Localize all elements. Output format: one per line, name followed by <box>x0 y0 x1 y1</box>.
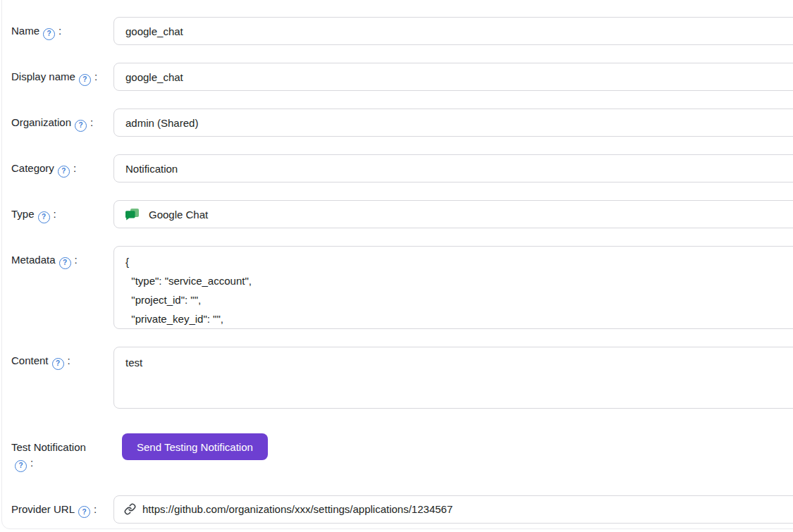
form-row-content: Content?: test <box>11 347 793 409</box>
form-row-provider-url: Provider URL?: https://github.com/organi… <box>11 495 793 524</box>
form-row-test-notification: Test Notification?: Send Testing Notific… <box>11 433 793 472</box>
provider-url-label: Provider URL?: <box>11 495 113 519</box>
form-row-metadata: Metadata?: { "type": "service_account", … <box>11 246 793 329</box>
name-input[interactable] <box>113 17 793 45</box>
label-colon: : <box>90 116 93 128</box>
help-icon[interactable]: ? <box>38 211 50 223</box>
type-select[interactable]: Google Chat <box>113 200 793 228</box>
form-row-type: Type?: Google Chat <box>11 200 793 228</box>
send-testing-notification-button[interactable]: Send Testing Notification <box>122 433 268 460</box>
metadata-textarea[interactable]: { "type": "service_account", "project_id… <box>113 246 793 329</box>
category-selected-value: Notification <box>125 163 178 175</box>
form-row-display-name: Display name?: <box>11 63 793 91</box>
notification-settings-form: Name?: Display name?: Organization?: adm… <box>0 0 793 524</box>
organization-selected-value: admin (Shared) <box>125 117 198 129</box>
form-row-category: Category?: Notification <box>11 154 793 183</box>
help-icon[interactable]: ? <box>58 166 70 178</box>
test-notification-label: Test Notification?: <box>11 433 113 472</box>
label-colon: : <box>94 503 97 515</box>
form-row-name: Name?: <box>11 17 793 45</box>
metadata-label: Metadata?: <box>11 246 113 269</box>
provider-url-input[interactable]: https://github.com/organizations/xxx/set… <box>113 495 793 524</box>
name-label: Name?: <box>11 17 113 40</box>
help-icon[interactable]: ? <box>59 257 71 269</box>
category-select[interactable]: Notification <box>113 154 793 183</box>
label-colon: : <box>73 162 76 174</box>
type-selected-value: Google Chat <box>149 209 208 221</box>
link-icon <box>124 503 136 515</box>
label-colon: : <box>54 208 56 220</box>
help-icon[interactable]: ? <box>75 120 87 132</box>
help-icon[interactable]: ? <box>79 74 91 86</box>
category-label: Category?: <box>11 154 113 178</box>
type-label: Type?: <box>11 200 113 223</box>
label-colon: : <box>30 457 33 469</box>
content-label: Content?: <box>11 347 113 370</box>
google-chat-icon <box>125 209 139 221</box>
label-colon: : <box>59 25 61 37</box>
help-icon[interactable]: ? <box>15 460 27 472</box>
label-colon: : <box>68 354 70 366</box>
organization-select[interactable]: admin (Shared) <box>113 109 793 137</box>
help-icon[interactable]: ? <box>78 506 90 518</box>
label-colon: : <box>94 70 97 82</box>
provider-url-value: https://github.com/organizations/xxx/set… <box>142 503 453 515</box>
display-name-label: Display name?: <box>11 63 113 86</box>
label-colon: : <box>75 254 78 266</box>
display-name-input[interactable] <box>113 63 793 91</box>
help-icon[interactable]: ? <box>52 358 64 370</box>
organization-label: Organization?: <box>11 109 113 132</box>
content-textarea[interactable]: test <box>113 347 793 409</box>
form-row-organization: Organization?: admin (Shared) <box>11 109 793 137</box>
help-icon[interactable]: ? <box>43 28 55 40</box>
